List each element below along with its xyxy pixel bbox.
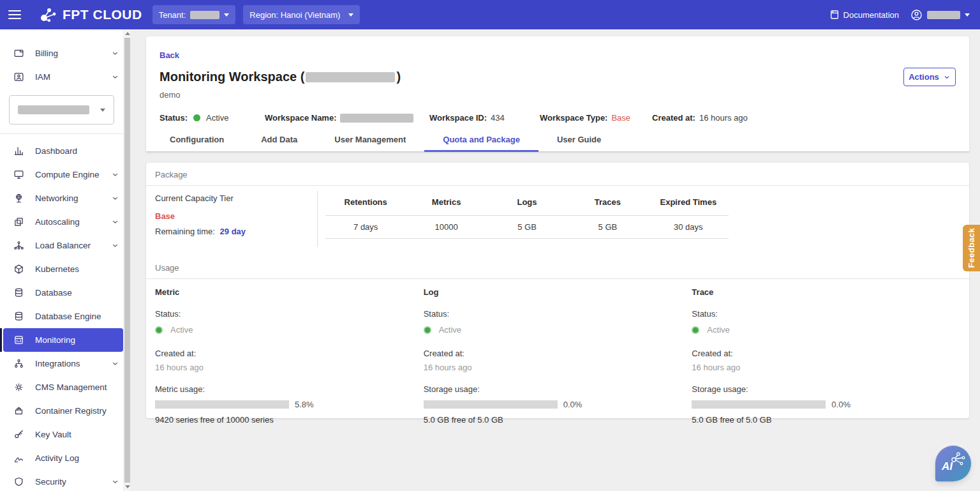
chevron-down-icon: [111, 241, 123, 250]
usage-footer: 5.0 GB free of 5.0 GB: [424, 415, 692, 425]
user-menu[interactable]: [910, 9, 970, 21]
sidebar-item-label: Networking: [35, 193, 100, 203]
region-selector[interactable]: Region: Hanoi (Vietnam): [243, 5, 360, 24]
meta-value: 434: [491, 113, 505, 123]
meta-label: Workspace Type:: [540, 113, 607, 123]
sidebar-item-label: Integrations: [35, 359, 100, 368]
page-title-suffix: ): [396, 70, 401, 84]
cms-management-icon: [13, 382, 24, 393]
status-dot-icon: [692, 326, 699, 334]
menu-icon[interactable]: [0, 0, 29, 29]
page-title-prefix: Monitoring Workspace (: [160, 70, 304, 84]
integrations-icon: [13, 358, 24, 369]
chevron-down-icon: [111, 478, 123, 486]
actions-button[interactable]: Actions: [903, 68, 956, 86]
chevron-down-icon: [224, 13, 229, 17]
sidebar-item-label: Key Vault: [35, 430, 123, 439]
sidebar-item-database-engine[interactable]: Database Engine: [3, 305, 123, 328]
top-app-bar: FPT CLOUD Tenant: Region: Hanoi (Vietnam…: [0, 0, 980, 29]
usage-label: Storage usage:: [692, 384, 960, 394]
meta-value-redacted: [340, 114, 413, 123]
sidebar-scrollbar[interactable]: [123, 29, 130, 491]
usage-column-title: Trace: [692, 287, 960, 297]
fpt-cloud-logo[interactable]: FPT CLOUD: [38, 5, 142, 24]
sidebar-item-dashboard[interactable]: Dashboard: [3, 139, 123, 163]
sidebar-item-label: Database: [35, 288, 123, 298]
chevron-down-icon: [943, 73, 951, 81]
actions-label: Actions: [909, 72, 939, 82]
region-label: Region: Hanoi (Vietnam): [249, 10, 340, 20]
sidebar-top-section: BillingIAM: [0, 42, 123, 89]
scrollbar-thumb[interactable]: [124, 38, 130, 483]
table-value-row: 7 days100005 GB5 GB30 days: [325, 216, 729, 239]
sidebar-item-monitoring[interactable]: Monitoring: [3, 328, 123, 352]
load-balancer-icon: [13, 240, 24, 251]
meta-workspace-name: Workspace Name:: [265, 113, 429, 123]
chevron-down-icon: [111, 170, 123, 179]
tab-user-guide[interactable]: User Guide: [538, 130, 620, 151]
scroll-down-icon[interactable]: [125, 485, 130, 488]
sidebar-item-compute-engine[interactable]: Compute Engine: [3, 163, 123, 186]
sidebar-item-key-vault[interactable]: Key Vault: [3, 423, 123, 446]
status-dot-icon: [193, 114, 200, 121]
sidebar-item-kubernetes[interactable]: Kubernetes: [3, 257, 123, 281]
sidebar-item-networking[interactable]: Networking: [3, 186, 123, 210]
usage-label: Storage usage:: [424, 384, 692, 394]
tab-user-management[interactable]: User Management: [316, 130, 424, 151]
workspace-name-redacted: [306, 72, 395, 82]
usage-percent: 5.8%: [295, 400, 314, 409]
back-link[interactable]: Back: [160, 50, 179, 60]
tenant-selector[interactable]: Tenant:: [152, 5, 236, 24]
chevron-down-icon: [100, 109, 105, 112]
sidebar-item-integrations[interactable]: Integrations: [3, 352, 123, 375]
sidebar-item-security[interactable]: Security: [3, 470, 123, 491]
table-value-cell: 5 GB: [487, 216, 567, 238]
sidebar-item-activity-log[interactable]: Activity Log: [3, 446, 123, 470]
meta-value: Base: [611, 113, 630, 123]
page-title: Monitoring Workspace ( ): [160, 70, 401, 84]
compute-engine-icon: [13, 169, 24, 180]
project-value-redacted: [18, 105, 89, 114]
meta-label: Created at:: [652, 113, 695, 123]
table-value-cell: 10000: [406, 216, 486, 238]
sidebar-item-billing[interactable]: Billing: [3, 42, 123, 65]
usage-section-label: Usage: [155, 256, 960, 278]
status-value: Active: [707, 325, 729, 335]
feedback-tab[interactable]: Feedback: [963, 225, 980, 271]
created-at-label: Created at:: [692, 349, 960, 358]
sidebar-item-label: Activity Log: [35, 453, 123, 463]
sidebar-item-load-balancer[interactable]: Load Balancer: [3, 234, 123, 257]
sidebar-project-select[interactable]: [9, 95, 114, 125]
book-icon: [829, 10, 840, 20]
sidebar-item-database[interactable]: Database: [3, 281, 123, 305]
workspace-header-card: Back Monitoring Workspace ( ) Actions de…: [146, 36, 969, 152]
sidebar-item-autoscaling[interactable]: Autoscaling: [3, 210, 123, 234]
sidebar-item-label: Load Balancer: [35, 241, 100, 250]
tab-add-data[interactable]: Add Data: [242, 130, 316, 151]
usage-percent: 0.0%: [831, 400, 850, 409]
sidebar-item-label: Monitoring: [35, 335, 123, 345]
sidebar-item-cms-management[interactable]: CMS Management: [3, 375, 123, 399]
sidebar-item-container-registry[interactable]: Container Registry: [3, 399, 123, 423]
scroll-up-icon[interactable]: [125, 32, 130, 35]
created-at-label: Created at:: [424, 349, 692, 358]
status-dot-icon: [424, 326, 431, 334]
remaining-time: Remaining time: 29 day: [155, 227, 308, 236]
tab-quota-and-package[interactable]: Quota and Package: [424, 130, 538, 151]
table-header-cell: Traces: [567, 188, 648, 215]
username-redacted: [927, 11, 960, 19]
usage-column-log: LogStatus:ActiveCreated at:16 hours agoS…: [424, 287, 692, 425]
table-value-cell: 30 days: [648, 216, 729, 238]
sidebar-item-iam[interactable]: IAM: [3, 65, 123, 89]
created-at-label: Created at:: [155, 349, 424, 358]
status-label: Status:: [692, 309, 960, 319]
documentation-link[interactable]: Documentation: [829, 10, 899, 20]
tab-configuration[interactable]: Configuration: [151, 130, 242, 151]
status-value: Active: [439, 325, 461, 335]
chevron-down-icon: [965, 13, 970, 17]
usage-progress-bar: [692, 400, 826, 409]
ai-assistant-button[interactable]: AI: [935, 446, 971, 481]
chevron-down-icon: [111, 218, 123, 226]
meta-workspace-id: Workspace ID:434: [429, 113, 540, 123]
meta-status: Status:Active: [160, 113, 265, 123]
